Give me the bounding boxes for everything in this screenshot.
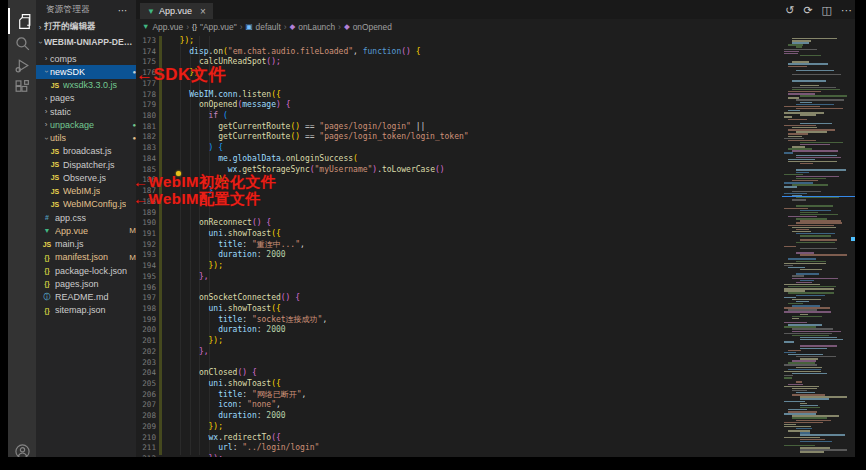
code-line: ) { bbox=[170, 143, 223, 154]
file-tree-item-app-vue[interactable]: ▼App.vueM bbox=[36, 224, 142, 238]
chevron-right-icon: › bbox=[42, 94, 50, 103]
file-label: Observe.js bbox=[63, 173, 106, 183]
open-changes-icon[interactable]: ⟳ bbox=[803, 4, 812, 17]
md-file-icon: ⓘ bbox=[42, 292, 52, 302]
minimap-line bbox=[796, 108, 843, 109]
line-number: 198 bbox=[138, 304, 156, 315]
minimap-line bbox=[800, 55, 821, 56]
file-tree-item-unpackage[interactable]: ›unpackage● bbox=[36, 118, 142, 132]
line-number: 174 bbox=[138, 47, 156, 58]
code-line: getCurrentRoute() == "pages/login/login"… bbox=[170, 122, 425, 133]
code-line: uni.showToast({ bbox=[170, 304, 281, 315]
file-label: newSDK bbox=[50, 67, 85, 77]
minimap-line bbox=[800, 339, 843, 340]
line-number: 209 bbox=[138, 422, 156, 433]
code-line: uni.showToast({ bbox=[170, 379, 281, 390]
open-editors-label: 打开的编辑器 bbox=[44, 21, 96, 33]
minimap-line bbox=[800, 163, 813, 164]
close-icon[interactable]: × bbox=[200, 6, 206, 17]
file-tree-item-static[interactable]: ›static bbox=[36, 105, 142, 119]
file-tree-item-pages-json[interactable]: {}pages.json bbox=[36, 277, 142, 291]
file-label: wxsdk3.3.0.js bbox=[63, 80, 117, 90]
code-editor[interactable]: 173 });174 disp.on("em.chat.audio.fileLo… bbox=[136, 34, 866, 457]
line-number: 196 bbox=[138, 283, 156, 294]
file-tree-item-manifest-json[interactable]: {}manifest.jsonM bbox=[36, 250, 142, 264]
minimap-line bbox=[800, 269, 822, 270]
more-actions-icon[interactable]: ⋯ bbox=[841, 4, 852, 17]
open-editors-section[interactable]: › 打开的编辑器 bbox=[36, 20, 136, 34]
chevron-down-icon: › bbox=[42, 134, 51, 142]
minimap-line bbox=[800, 95, 847, 96]
code-line: WebIM.conn.listen({ bbox=[170, 90, 281, 101]
explorer-title: 资源管理器 bbox=[36, 4, 90, 16]
file-tree-item-wxsdk3-3-0-js[interactable]: JSwxsdk3.3.0.jsU bbox=[36, 78, 150, 92]
code-line: onClosed() { bbox=[170, 368, 257, 379]
chevron-right-icon: › bbox=[42, 107, 50, 116]
minimap-line bbox=[800, 114, 816, 115]
explorer-header: 资源管理器 ⋯ bbox=[36, 0, 136, 20]
file-tree-item-broadcast-js[interactable]: JSbroadcast.js bbox=[36, 144, 150, 158]
js-file-icon: JS bbox=[50, 201, 60, 208]
code-line: icon: "none", bbox=[170, 400, 281, 411]
editor-group: ▼ App.vue × ↺⟳◫⋯ ▼App.vue›{}"App.vue"›▣d… bbox=[136, 0, 866, 457]
file-tree-item-pages[interactable]: ›pages bbox=[36, 91, 142, 105]
line-number: 194 bbox=[138, 261, 156, 272]
minimap-line bbox=[800, 254, 847, 255]
js-file-icon: JS bbox=[42, 241, 52, 248]
file-tree-item-comps[interactable]: ›comps bbox=[36, 52, 142, 66]
json-file-icon: {} bbox=[42, 307, 52, 314]
line-number: 204 bbox=[138, 368, 156, 379]
code-line: title: "socket连接成功", bbox=[170, 315, 327, 326]
file-tree-item-package-lock-json[interactable]: {}package-lock.json bbox=[36, 264, 142, 278]
line-number: 202 bbox=[138, 347, 156, 358]
history-icon[interactable]: ↺ bbox=[785, 4, 794, 17]
minimap-line bbox=[788, 119, 807, 120]
minimap[interactable] bbox=[782, 36, 855, 457]
file-tree-item-readme-md[interactable]: ⓘREADME.md bbox=[36, 290, 142, 304]
file-label: main.js bbox=[55, 239, 84, 249]
project-root-folder[interactable]: › WEBIM-UNIAPP-DEMO bbox=[36, 35, 136, 49]
tab-app-vue[interactable]: ▼ App.vue × bbox=[140, 3, 213, 19]
file-tree-item-app-css[interactable]: #app.css bbox=[36, 211, 142, 225]
breadcrumb-item[interactable]: "App.vue" bbox=[200, 22, 237, 32]
code-line: disp.on("em.chat.audio.fileLoaded", func… bbox=[170, 47, 421, 58]
minimap-line bbox=[784, 53, 798, 54]
line-number: 207 bbox=[138, 400, 156, 411]
minimap-line bbox=[784, 186, 797, 187]
line-number: 201 bbox=[138, 336, 156, 347]
line-number: 182 bbox=[138, 132, 156, 143]
breadcrumb-separator: › bbox=[186, 22, 189, 32]
breadcrumb-item[interactable]: default bbox=[256, 22, 281, 32]
activity-bar bbox=[8, 0, 36, 457]
file-tree-item-newsdk[interactable]: ›newSDK● bbox=[36, 65, 142, 79]
minimap-line bbox=[792, 184, 828, 185]
extensions-icon[interactable] bbox=[8, 74, 36, 100]
breadcrumb-item[interactable]: onOpened bbox=[353, 22, 392, 32]
project-name: WEBIM-UNIAPP-DEMO bbox=[44, 37, 136, 47]
file-tree-item-main-js[interactable]: JSmain.js bbox=[36, 237, 142, 251]
file-label: manifest.json bbox=[55, 252, 108, 262]
annotation-red-text: ←WebIM配置文件 bbox=[133, 190, 261, 209]
file-label: unpackage bbox=[50, 120, 94, 130]
file-tree-item-dispatcher-js[interactable]: JSDispatcher.js bbox=[36, 158, 150, 172]
yellow-dot-marker bbox=[176, 171, 181, 176]
line-number: 189 bbox=[138, 208, 156, 219]
code-line: url: "../login/login" bbox=[170, 443, 319, 454]
minimap-line bbox=[800, 441, 832, 442]
file-tree-item-utils[interactable]: ›utils● bbox=[36, 131, 142, 145]
explorer-more-actions-icon[interactable]: ⋯ bbox=[118, 5, 136, 16]
json-file-icon: {} bbox=[42, 254, 52, 261]
breadcrumb: ▼App.vue›{}"App.vue"›▣default›◆onLaunch›… bbox=[142, 19, 392, 34]
line-number: 206 bbox=[138, 390, 156, 401]
line-number: 210 bbox=[138, 433, 156, 444]
split-editor-icon[interactable]: ◫ bbox=[822, 4, 832, 17]
chevron-right-icon: › bbox=[36, 23, 44, 32]
file-tree-item-sitemap-json[interactable]: {}sitemap.json bbox=[36, 303, 142, 317]
breadcrumb-separator: › bbox=[240, 22, 243, 32]
line-number: 205 bbox=[138, 379, 156, 390]
code-line: uni.showToast({ bbox=[170, 229, 281, 240]
breadcrumb-item[interactable]: App.vue bbox=[152, 22, 183, 32]
breadcrumb-item[interactable]: onLaunch bbox=[298, 22, 335, 32]
line-number: 179 bbox=[138, 100, 156, 111]
line-number: 183 bbox=[138, 143, 156, 154]
